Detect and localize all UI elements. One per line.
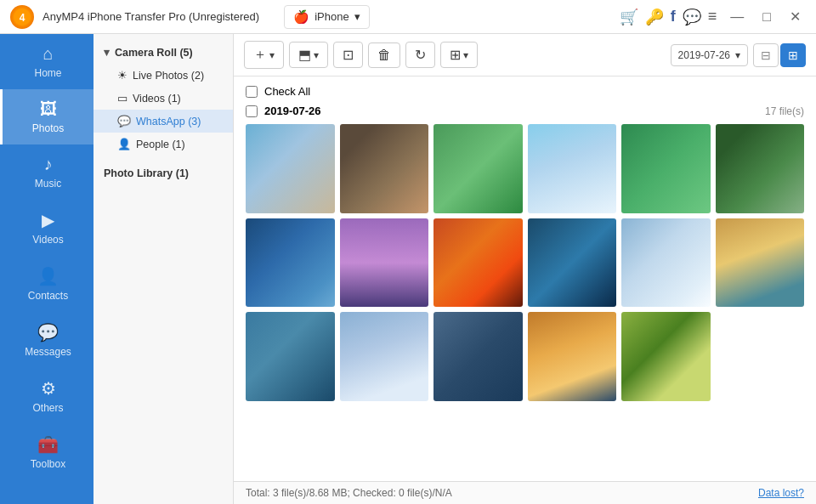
app-title: AnyMP4 iPhone Transfer Pro (Unregistered… (42, 10, 275, 23)
tree-label-whatsapp: WhatsApp (3) (136, 116, 201, 127)
sidebar-item-others[interactable]: ⚙ Others (0, 368, 94, 424)
menu-icon[interactable]: ≡ (708, 8, 717, 25)
export-button[interactable]: ⬒ ▾ (289, 42, 328, 68)
others-icon: ⚙ (41, 378, 56, 399)
toolbox-icon: 🧰 (37, 434, 59, 455)
sidebar-item-toolbox[interactable]: 🧰 Toolbox (0, 424, 94, 480)
date-chevron: ▾ (735, 49, 740, 61)
view-grid-button[interactable]: ⊞ (780, 43, 806, 67)
photo-item[interactable] (528, 218, 617, 308)
view-list-button[interactable]: ⊟ (753, 43, 779, 67)
check-all-row: Check All (246, 85, 804, 98)
photo-item[interactable] (246, 218, 335, 308)
statusbar: Total: 3 file(s)/8.68 MB; Checked: 0 fil… (234, 481, 816, 504)
main-layout: ⌂ Home 🖼 Photos ♪ Music ▶ Videos 👤 Conta… (0, 34, 816, 504)
chat-icon[interactable]: 💬 (683, 8, 701, 26)
photo-item[interactable] (621, 124, 711, 213)
photo-item[interactable] (716, 218, 805, 308)
sidebar-label-music: Music (35, 178, 61, 190)
date-selector[interactable]: 2019-07-26 ▾ (671, 44, 748, 66)
contacts-icon: 👤 (37, 266, 59, 286)
refresh-icon: ↻ (415, 47, 426, 63)
photo-item[interactable] (528, 312, 617, 401)
file-count: 17 file(s) (765, 105, 804, 117)
sidebar-label-contacts: Contacts (28, 290, 68, 302)
grid-view-icon: ⊞ (788, 48, 798, 62)
photo-item[interactable] (434, 312, 523, 401)
photo-item[interactable] (621, 218, 711, 308)
add-icon: ＋ (253, 46, 267, 64)
photo-item[interactable] (434, 218, 523, 308)
tree-item-live-photos[interactable]: ☀ Live Photos (2) (94, 64, 233, 87)
list-view-icon: ⊟ (761, 48, 771, 62)
view-toggle: ⊟ ⊞ (753, 43, 806, 67)
messages-icon: 💬 (37, 322, 59, 343)
export-icon: ⬒ (298, 47, 311, 63)
photo-item[interactable] (340, 312, 429, 401)
minimize-button[interactable]: — (725, 8, 749, 26)
apple-icon: 🍎 (293, 9, 309, 25)
delete-icon: 🗑 (377, 48, 391, 63)
tree-item-camera-roll[interactable]: ▾ Camera Roll (5) (94, 41, 233, 64)
delete-button[interactable]: 🗑 (368, 42, 400, 68)
photo-area: Check All 2019-07-26 17 file(s) (234, 76, 816, 481)
check-all-label: Check All (264, 85, 310, 98)
add-button[interactable]: ＋ ▾ (244, 41, 284, 69)
export-chevron: ▾ (314, 49, 319, 61)
date-header: 2019-07-26 17 file(s) (246, 105, 804, 117)
sidebar-item-contacts[interactable]: 👤 Contacts (0, 256, 94, 312)
tree-item-whatsapp[interactable]: 💬 WhatsApp (3) (94, 110, 233, 133)
photo-item[interactable] (528, 124, 617, 213)
photo-item[interactable] (716, 124, 805, 213)
tree-item-photo-library[interactable]: Photo Library (1) (94, 162, 233, 184)
photo-grid (246, 124, 804, 401)
refresh-button[interactable]: ↻ (405, 42, 435, 68)
toolbar: ＋ ▾ ⬒ ▾ ⊡ 🗑 ↻ ⊞ ▾ 2019-07-26 (234, 34, 816, 76)
photo-item[interactable] (246, 312, 335, 401)
date-header-label: 2019-07-26 (264, 105, 321, 117)
tree-label-videos: Videos (1) (133, 93, 181, 105)
content-area: ＋ ▾ ⬒ ▾ ⊡ 🗑 ↻ ⊞ ▾ 2019-07-26 (234, 34, 816, 504)
titlebar: 4 AnyMP4 iPhone Transfer Pro (Unregister… (0, 0, 816, 34)
videos-tree-icon: ▭ (117, 92, 128, 105)
more-chevron: ▾ (463, 49, 468, 61)
sidebar-item-photos[interactable]: 🖼 Photos (0, 89, 94, 144)
filetree: ▾ Camera Roll (5) ☀ Live Photos (2) ▭ Vi… (94, 34, 234, 504)
tree-item-videos[interactable]: ▭ Videos (1) (94, 87, 233, 110)
sidebar-item-music[interactable]: ♪ Music (0, 144, 94, 200)
titlebar-actions: 🛒 🔑 f 💬 ≡ (620, 8, 717, 26)
facebook-icon[interactable]: f (671, 8, 676, 25)
expand-icon: ▾ (104, 46, 110, 59)
sidebar-label-photos: Photos (32, 122, 64, 134)
tree-label-camera-roll: Camera Roll (5) (115, 47, 193, 59)
cart-icon[interactable]: 🛒 (620, 8, 638, 26)
photo-item[interactable] (340, 124, 429, 213)
close-button[interactable]: ✕ (785, 7, 806, 26)
app-logo: 4 (10, 5, 34, 29)
more-button[interactable]: ⊞ ▾ (440, 42, 478, 68)
photo-item[interactable] (621, 312, 711, 401)
key-icon[interactable]: 🔑 (645, 8, 664, 26)
sidebar-item-videos[interactable]: ▶ Videos (0, 200, 94, 256)
copy-button[interactable]: ⊡ (333, 42, 363, 68)
tree-item-people[interactable]: 👤 People (1) (94, 133, 233, 156)
sidebar-label-videos: Videos (32, 234, 63, 246)
photo-item[interactable] (434, 124, 523, 213)
device-selector[interactable]: 🍎 iPhone ▾ (284, 5, 369, 29)
add-chevron: ▾ (269, 49, 275, 61)
date-value: 2019-07-26 (678, 49, 730, 61)
people-icon: 👤 (117, 138, 131, 150)
sidebar: ⌂ Home 🖼 Photos ♪ Music ▶ Videos 👤 Conta… (0, 34, 94, 504)
tree-label-people: People (1) (136, 139, 185, 150)
maximize-button[interactable]: □ (757, 8, 776, 26)
sidebar-label-toolbox: Toolbox (31, 458, 65, 470)
videos-icon: ▶ (42, 210, 54, 230)
date-checkbox[interactable] (246, 105, 258, 117)
photo-item[interactable] (340, 218, 429, 308)
data-lost-link[interactable]: Data lost? (758, 487, 804, 499)
check-all-checkbox[interactable] (246, 86, 258, 98)
photo-item[interactable] (246, 124, 335, 213)
home-icon: ⌂ (42, 44, 53, 64)
sidebar-item-messages[interactable]: 💬 Messages (0, 312, 94, 368)
sidebar-item-home[interactable]: ⌂ Home (0, 34, 94, 89)
